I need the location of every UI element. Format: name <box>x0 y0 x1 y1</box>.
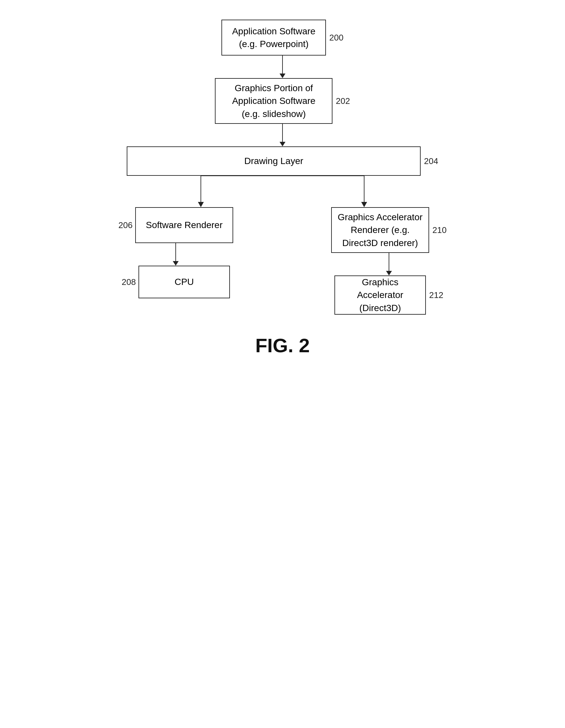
drawing-layer-box: Drawing Layer <box>127 146 421 176</box>
fig-label: FIG. 2 <box>256 334 310 357</box>
row-drawing-layer: Drawing Layer 204 <box>0 146 565 176</box>
svg-marker-1 <box>198 202 204 207</box>
right-col: Graphics Accelerator Renderer (e.g. Dire… <box>331 207 446 315</box>
graphics-accel-renderer-box: Graphics Accelerator Renderer (e.g. Dire… <box>331 207 429 253</box>
row-graphics-portion: Graphics Portion of Application Software… <box>0 78 565 124</box>
app-software-ref: 200 <box>329 33 343 43</box>
left-col: 206 Software Renderer 208 CPU <box>119 207 233 298</box>
graphics-accel-label: Graphics Accelerator (Direct3D) <box>357 276 403 314</box>
arrow-1 <box>280 56 285 78</box>
software-renderer-label: Software Renderer <box>146 219 223 231</box>
software-renderer-box: Software Renderer <box>135 207 233 243</box>
app-software-label: Application Software (e.g. Powerpoint) <box>232 25 315 50</box>
graphics-accel-group: Graphics Accelerator (Direct3D) 212 <box>334 275 443 315</box>
cpu-box: CPU <box>139 266 230 298</box>
cpu-ref-left: 208 <box>122 277 136 287</box>
graphics-accel-renderer-group: Graphics Accelerator Renderer (e.g. Dire… <box>331 207 446 253</box>
arrow-right-down <box>386 253 392 275</box>
drawing-layer-label: Drawing Layer <box>244 155 303 167</box>
arrow-2 <box>280 124 285 146</box>
drawing-layer-ref: 204 <box>424 156 438 166</box>
svg-marker-3 <box>361 202 367 207</box>
row-app: Application Software (e.g. Powerpoint) 2… <box>0 20 565 56</box>
graphics-portion-group: Graphics Portion of Application Software… <box>215 78 350 124</box>
graphics-portion-ref: 202 <box>336 96 350 106</box>
software-renderer-group: 206 Software Renderer <box>119 207 233 243</box>
diagram-container: Application Software (e.g. Powerpoint) 2… <box>0 0 565 728</box>
graphics-accel-renderer-label: Graphics Accelerator Renderer (e.g. Dire… <box>338 211 423 249</box>
cpu-label: CPU <box>175 275 194 288</box>
branch-svg <box>136 176 429 208</box>
app-software-group: Application Software (e.g. Powerpoint) 2… <box>222 20 343 56</box>
app-software-box: Application Software (e.g. Powerpoint) <box>222 20 326 56</box>
drawing-layer-group: Drawing Layer 204 <box>127 146 438 176</box>
software-renderer-ref-left: 206 <box>119 220 133 230</box>
row-renderers: 206 Software Renderer 208 CPU <box>0 207 565 315</box>
graphics-portion-box: Graphics Portion of Application Software… <box>215 78 332 124</box>
arrow-left-down <box>173 243 179 266</box>
cpu-group: 208 CPU <box>122 266 230 298</box>
graphics-accel-box: Graphics Accelerator (Direct3D) <box>334 275 426 315</box>
graphics-portion-label: Graphics Portion of Application Software… <box>232 82 315 120</box>
graphics-accel-renderer-ref: 210 <box>432 225 446 235</box>
branch-arrows <box>136 176 429 208</box>
graphics-accel-ref: 212 <box>429 290 443 300</box>
